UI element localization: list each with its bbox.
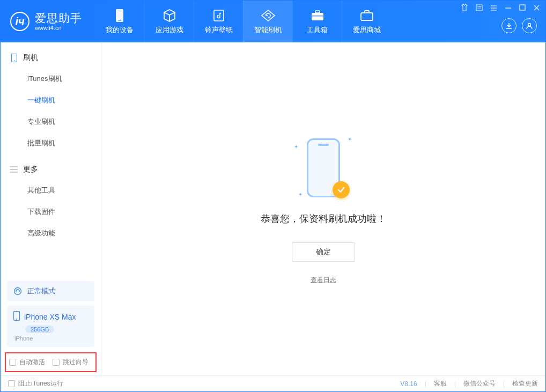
svg-rect-7	[365, 11, 369, 13]
version-label: V8.16	[400, 380, 417, 388]
nav-tab-mall[interactable]: 爱思商城	[342, 1, 391, 42]
body: 刷机 iTunes刷机 一键刷机 专业刷机 批量刷机 更多 其他工具 下载固件 …	[1, 42, 545, 375]
nav-tab-ringtones[interactable]: 铃声壁纸	[194, 1, 243, 42]
logo-icon: iч	[10, 12, 29, 31]
sparkle-icon: ✦	[348, 136, 352, 142]
toolbox-icon	[310, 8, 325, 23]
phone-icon	[10, 54, 18, 62]
check-badge-icon	[333, 181, 350, 198]
checkbox-label: 自动激活	[19, 358, 45, 367]
nav-tab-device[interactable]: 我的设备	[95, 1, 144, 42]
success-message: 恭喜您，保资料刷机成功啦！	[261, 212, 386, 225]
sparkle-icon: ✦	[294, 144, 298, 150]
main-content: ✦ ✦ ✦ 恭喜您，保资料刷机成功啦！ 确定 查看日志	[101, 42, 545, 375]
checkbox-label: 阻止iTunes运行	[18, 379, 63, 388]
device-capacity: 256GB	[25, 326, 54, 333]
mode-panel[interactable]: 正常模式	[7, 281, 94, 301]
svg-rect-6	[361, 13, 373, 20]
side-item-download-firmware[interactable]: 下载固件	[1, 201, 101, 223]
music-icon	[211, 8, 226, 23]
note-icon[interactable]	[476, 4, 483, 13]
svg-point-25	[16, 291, 17, 292]
app-subtitle: www.i4.cn	[35, 25, 82, 31]
footer-link-wechat[interactable]: 微信公众号	[463, 379, 496, 388]
svg-point-28	[16, 319, 17, 320]
nav-label: 铃声壁纸	[205, 25, 233, 35]
side-section-flash: 刷机 iTunes刷机 一键刷机 专业刷机 批量刷机	[1, 42, 101, 154]
device-type: iPhone	[14, 335, 88, 342]
side-item-other-tools[interactable]: 其他工具	[1, 180, 101, 201]
sparkle-icon: ✦	[298, 191, 302, 197]
svg-rect-3	[312, 13, 323, 20]
header: iч 爱思助手 www.i4.cn 我的设备 应用游戏 铃声壁纸 智能刷机 工具…	[1, 1, 545, 42]
menu-icon[interactable]	[490, 4, 497, 13]
separator: |	[425, 380, 426, 388]
logo-text: 爱思助手 www.i4.cn	[35, 12, 82, 31]
footer-link-update[interactable]: 检查更新	[512, 379, 538, 388]
checkbox-highlight-row: 自动激活 跳过向导	[5, 352, 97, 372]
briefcase-icon	[359, 8, 374, 23]
footer: 阻止iTunes运行 V8.16 | 客服 | 微信公众号 | 检查更新	[1, 375, 545, 391]
svg-rect-4	[315, 11, 320, 13]
side-item-batch-flash[interactable]: 批量刷机	[1, 132, 101, 154]
svg-point-24	[14, 288, 21, 295]
close-button[interactable]	[533, 4, 540, 13]
nav-tab-apps[interactable]: 应用游戏	[144, 1, 194, 42]
download-icon[interactable]	[501, 18, 517, 33]
side-section-more: 更多 其他工具 下载固件 高级功能	[1, 154, 101, 244]
device-phone-icon	[13, 311, 20, 322]
user-icon[interactable]	[522, 18, 537, 33]
checkbox-label: 跳过向导	[63, 358, 88, 367]
shirt-icon[interactable]	[461, 4, 468, 13]
view-log-link[interactable]: 查看日志	[311, 276, 336, 285]
side-header-more: 更多	[1, 159, 101, 180]
sidebar-bottom: 正常模式 iPhone XS Max 256GB iPhone 自动激活 跳过向…	[1, 279, 101, 375]
side-item-pro-flash[interactable]: 专业刷机	[1, 111, 101, 132]
checkbox-box	[53, 359, 60, 366]
device-panel[interactable]: iPhone XS Max 256GB iPhone	[7, 306, 94, 347]
side-item-itunes-flash[interactable]: iTunes刷机	[1, 68, 101, 90]
app-title: 爱思助手	[35, 12, 82, 24]
device-icon	[112, 8, 127, 23]
header-right	[461, 1, 540, 33]
separator: |	[454, 380, 456, 388]
side-header-label: 刷机	[23, 53, 38, 63]
mode-icon	[13, 287, 22, 295]
side-item-advanced[interactable]: 高级功能	[1, 223, 101, 244]
checkbox-box	[8, 380, 15, 387]
svg-point-20	[13, 60, 14, 61]
svg-rect-1	[118, 20, 121, 21]
svg-point-18	[528, 24, 531, 26]
device-name: iPhone XS Max	[24, 313, 76, 321]
svg-rect-15	[520, 5, 525, 10]
nav-label: 应用游戏	[156, 25, 183, 35]
svg-rect-2	[214, 10, 224, 21]
auto-activate-checkbox[interactable]: 自动激活	[9, 358, 45, 367]
success-illustration: ✦ ✦ ✦	[294, 133, 353, 203]
nav-tab-flash[interactable]: 智能刷机	[243, 1, 292, 42]
logo-area: iч 爱思助手 www.i4.cn	[1, 12, 95, 31]
nav-label: 智能刷机	[254, 25, 282, 35]
footer-link-support[interactable]: 客服	[434, 379, 447, 388]
nav-tab-toolbox[interactable]: 工具箱	[292, 1, 342, 42]
side-header-label: 更多	[23, 165, 38, 174]
nav-label: 爱思商城	[353, 25, 381, 35]
side-header-flash: 刷机	[1, 48, 101, 68]
block-itunes-checkbox[interactable]: 阻止iTunes运行	[8, 379, 63, 388]
side-item-oneclick-flash[interactable]: 一键刷机	[1, 90, 101, 111]
skip-guide-checkbox[interactable]: 跳过向导	[53, 358, 88, 367]
svg-rect-5	[312, 16, 323, 17]
nav-label: 我的设备	[106, 25, 134, 35]
nav-label: 工具箱	[307, 25, 328, 35]
checkbox-box	[9, 359, 16, 366]
sidebar: 刷机 iTunes刷机 一键刷机 专业刷机 批量刷机 更多 其他工具 下载固件 …	[1, 42, 101, 375]
minimize-button[interactable]	[505, 4, 512, 13]
window-controls	[461, 4, 540, 13]
ok-button[interactable]: 确定	[292, 242, 355, 262]
menu-lines-icon	[10, 166, 18, 173]
cube-icon	[162, 8, 177, 23]
svg-point-26	[19, 291, 20, 292]
separator: |	[503, 380, 505, 388]
maximize-button[interactable]	[519, 4, 526, 12]
refresh-icon	[261, 8, 276, 23]
